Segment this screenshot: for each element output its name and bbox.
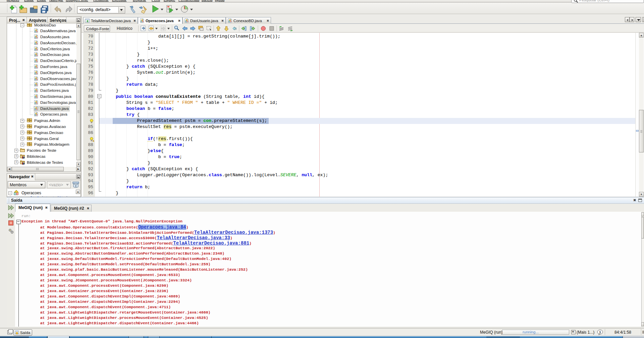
svg-text:1: 1 — [599, 330, 601, 334]
